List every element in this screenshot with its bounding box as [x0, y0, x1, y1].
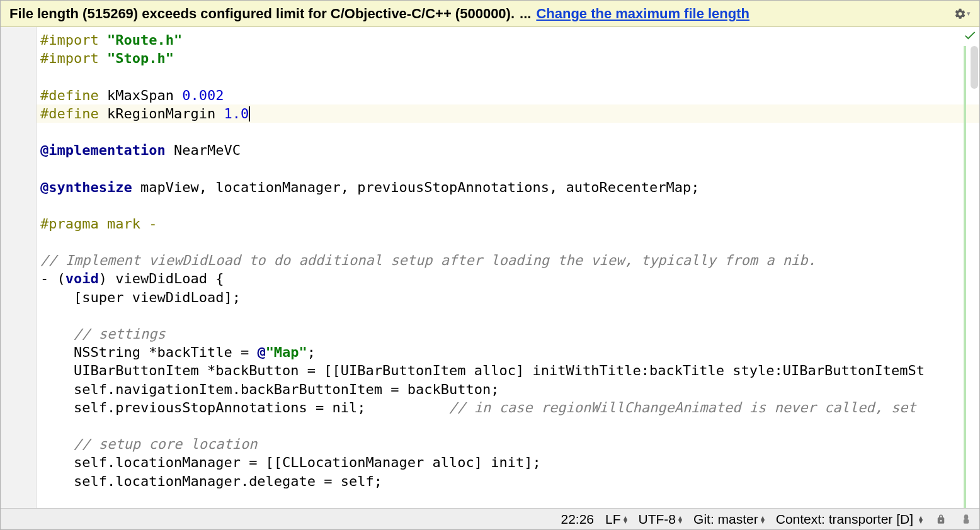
code-line[interactable]	[39, 159, 979, 178]
context-text: Context: transporter [D]	[776, 512, 913, 527]
file-length-warning-bar: File length (515269) exceeds configured …	[1, 1, 979, 27]
hector-icon[interactable]	[959, 512, 973, 526]
warning-message: File length (515269) exceeds configured …	[9, 6, 515, 22]
git-text: Git: master	[693, 512, 758, 527]
cursor-position-text: 22:26	[561, 512, 594, 527]
code-line[interactable]: [super viewDidLoad];	[39, 288, 979, 307]
code-line[interactable]: // settings	[39, 325, 979, 343]
code-view[interactable]: #import "Route.h"#import "Stop.h" #defin…	[37, 27, 979, 508]
code-line[interactable]: - (void) viewDidLoad {	[39, 269, 979, 288]
editor-area[interactable]: #import "Route.h"#import "Stop.h" #defin…	[1, 27, 979, 508]
lock-icon[interactable]	[934, 512, 948, 526]
code-line[interactable]	[39, 417, 979, 435]
code-line[interactable]: @synthesize mapView, locationManager, pr…	[39, 178, 979, 196]
gutter[interactable]	[1, 27, 37, 508]
git-branch[interactable]: Git: master ▴▾	[693, 512, 765, 527]
code-line[interactable]: #import "Stop.h"	[39, 49, 979, 67]
code-line[interactable]	[39, 233, 979, 251]
code-line[interactable]	[39, 196, 979, 215]
code-line[interactable]: #define kRegionMargin 1.0	[37, 104, 979, 123]
svg-rect-2	[965, 514, 968, 516]
context[interactable]: Context: transporter [D] ▴▾	[776, 512, 923, 527]
line-separator[interactable]: LF ▴▾	[605, 512, 627, 527]
code-line[interactable]	[39, 307, 979, 325]
inspection-ok-icon[interactable]	[963, 28, 977, 45]
code-line[interactable]: self.locationManager = [[CLLocationManag…	[39, 453, 979, 471]
encoding[interactable]: UTF-8 ▴▾	[639, 512, 683, 527]
code-line[interactable]: NSString *backTitle = @"Map";	[39, 343, 979, 361]
status-bar: 22:26 LF ▴▾ UTF-8 ▴▾ Git: master ▴▾ Cont…	[1, 508, 979, 529]
line-sep-text: LF	[605, 512, 621, 527]
code-line[interactable]: #import "Route.h"	[39, 31, 979, 49]
ide-window: File length (515269) exceeds configured …	[0, 0, 980, 530]
code-line[interactable]	[39, 67, 979, 86]
code-line[interactable]: UIBarButtonItem *backButton = [[UIBarBut…	[39, 361, 979, 380]
gear-icon[interactable]: ▾	[954, 6, 971, 22]
code-line[interactable]: // setup core location	[39, 435, 979, 453]
code-line[interactable]: self.previousStopAnnotations = nil; // i…	[39, 398, 979, 417]
encoding-text: UTF-8	[639, 512, 676, 527]
code-line[interactable]: #pragma mark -	[39, 215, 979, 233]
warning-ellipsis: ...	[520, 6, 531, 22]
code-line[interactable]: #define kMaxSpan 0.002	[39, 86, 979, 104]
cursor-position[interactable]: 22:26	[561, 512, 594, 527]
caret	[249, 106, 250, 121]
change-max-length-link[interactable]: Change the maximum file length	[536, 6, 749, 22]
svg-rect-1	[964, 519, 969, 524]
code-line[interactable]: // Implement viewDidLoad to do additiona…	[39, 251, 979, 269]
code-line[interactable]: @implementation NearMeVC	[39, 141, 979, 159]
code-line[interactable]	[39, 123, 979, 141]
code-line[interactable]: self.navigationItem.backBarButtonItem = …	[39, 380, 979, 398]
code-line[interactable]: self.locationManager.delegate = self;	[39, 472, 979, 490]
